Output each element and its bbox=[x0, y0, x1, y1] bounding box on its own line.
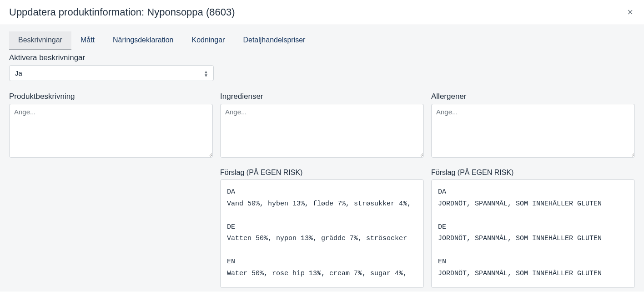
suggestion-text: JORDNÖT, SPANNMÅL, SOM INNEHÅLLER GLUTEN bbox=[438, 200, 602, 208]
allergens-textarea[interactable] bbox=[431, 104, 635, 158]
tab-detaljhandelspriser[interactable]: Detaljhandelspriser bbox=[234, 31, 314, 50]
col-allergens: Allergener Förslag (PÅ EGEN RISK) DA JOR… bbox=[431, 88, 635, 288]
col-ingredients: Ingredienser Förslag (PÅ EGEN RISK) DA V… bbox=[220, 88, 424, 288]
ingredients-suggestion-box: DA Vand 50%, hyben 13%, fløde 7%, strøsu… bbox=[220, 179, 424, 288]
tabs: Beskrivningar Mått Näringsdeklaration Ko… bbox=[9, 31, 635, 50]
suggestion-text: Vand 50%, hyben 13%, fløde 7%, strøsukke… bbox=[227, 200, 411, 208]
ingredients-textarea[interactable] bbox=[220, 104, 424, 158]
product-description-textarea[interactable] bbox=[9, 104, 213, 158]
allergens-suggestion-label: Förslag (PÅ EGEN RISK) bbox=[431, 169, 635, 177]
ingredients-label: Ingredienser bbox=[220, 92, 424, 101]
tab-kodningar[interactable]: Kodningar bbox=[182, 31, 234, 50]
modal-title: Uppdatera produktinformation: Nyponsoppa… bbox=[9, 6, 235, 18]
close-button[interactable]: × bbox=[625, 7, 635, 17]
activate-label: Aktivera beskrivningar bbox=[9, 53, 635, 62]
columns: Produktbeskrivning Ingredienser Förslag … bbox=[9, 88, 635, 288]
tab-matt[interactable]: Mått bbox=[71, 31, 104, 50]
suggestion-text: Water 50%, rose hip 13%, cream 7%, sugar… bbox=[227, 270, 407, 277]
lang-code: DA bbox=[438, 188, 446, 196]
suggestion-text: Vatten 50%, nypon 13%, grädde 7%, ströso… bbox=[227, 235, 407, 242]
lang-code: EN bbox=[227, 258, 235, 266]
activate-select-wrapper: Ja ▲▼ bbox=[9, 65, 214, 81]
allergens-suggestion-box: DA JORDNÖT, SPANNMÅL, SOM INNEHÅLLER GLU… bbox=[431, 179, 635, 288]
suggestion-text: JORDNÖT, SPANNMÅL, SOM INNEHÅLLER GLUTEN bbox=[438, 270, 602, 277]
lang-code: DE bbox=[227, 223, 235, 231]
lang-code: DA bbox=[227, 188, 235, 196]
lang-code: DE bbox=[438, 223, 446, 231]
product-description-label: Produktbeskrivning bbox=[9, 92, 213, 101]
tab-naringsdeklaration[interactable]: Näringsdeklaration bbox=[104, 31, 182, 50]
lang-code: EN bbox=[438, 258, 446, 266]
allergens-label: Allergener bbox=[431, 92, 635, 101]
ingredients-suggestion-label: Förslag (PÅ EGEN RISK) bbox=[220, 169, 424, 177]
activate-select[interactable]: Ja bbox=[9, 65, 214, 81]
tab-beskrivningar[interactable]: Beskrivningar bbox=[9, 31, 71, 50]
modal-header: Uppdatera produktinformation: Nyponsoppa… bbox=[0, 0, 644, 25]
suggestion-text: JORDNÖT, SPANNMÅL, SOM INNEHÅLLER GLUTEN bbox=[438, 235, 602, 242]
col-product-description: Produktbeskrivning bbox=[9, 88, 213, 288]
modal-body: Beskrivningar Mått Näringsdeklaration Ko… bbox=[0, 25, 644, 292]
